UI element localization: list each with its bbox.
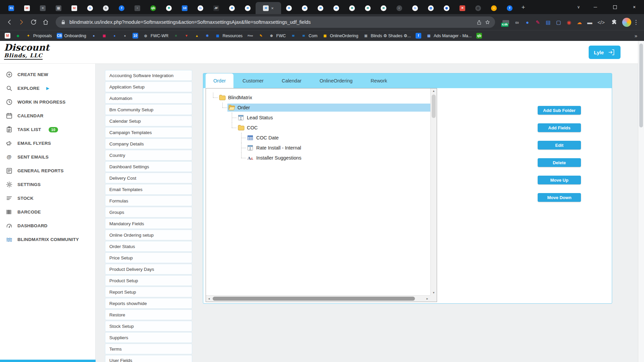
home-icon[interactable] — [40, 16, 52, 28]
extensions-puzzle-icon[interactable] — [608, 16, 620, 28]
browser-tab-blindmatrix[interactable]: ≋ — [224, 2, 240, 14]
browser-tab-google[interactable]: G — [82, 2, 98, 14]
settings-menu-item-online-ordering-setup[interactable]: Online Ordering setup — [105, 230, 192, 240]
tab-rework[interactable]: Rework — [362, 73, 396, 88]
tab-customer[interactable]: Customer — [233, 73, 273, 88]
reload-icon[interactable] — [28, 16, 40, 28]
page-scroll-thumb[interactable] — [639, 44, 643, 127]
settings-menu-item-formulas[interactable]: Formulas — [105, 195, 192, 206]
browser-tab-docs-dark[interactable]: ▤ — [51, 2, 66, 14]
sidebar-item-sent-emails[interactable]: @SENT EMAILS — [0, 150, 95, 164]
browser-tab-blindmatrix[interactable]: ≋ — [328, 2, 344, 14]
bookmark-blindmatrix[interactable]: ≋ — [290, 33, 296, 39]
maximize-button[interactable] — [605, 0, 625, 14]
edit-button[interactable]: Edit — [538, 141, 581, 149]
browser-tab-gmail[interactable]: M — [66, 2, 82, 14]
browser-tab-blue-10[interactable]: 10 — [177, 2, 193, 14]
tree-node-installer-suggestions[interactable]: AInstaller Suggestions — [246, 154, 430, 162]
bookmark-people-gray[interactable]: ● — [122, 33, 128, 39]
user-logout-button[interactable]: Lyle — [589, 46, 621, 59]
tree-node-coc[interactable]: COC — [237, 124, 430, 132]
bookmark-proposals[interactable]: ✦Proposals — [25, 33, 52, 39]
browser-tab-blue-app[interactable]: ◍ — [423, 2, 439, 14]
tab-calendar[interactable]: Calendar — [273, 73, 311, 88]
new-tab-button[interactable]: + — [518, 2, 529, 13]
horizontal-scroll-thumb[interactable] — [213, 297, 415, 301]
browser-tab-globe-dark[interactable]: ◐ — [391, 2, 407, 14]
browser-tab-teal-logo[interactable]: ≋ — [344, 2, 360, 14]
browser-tab-blindmatrix[interactable]: ≋ — [297, 2, 313, 14]
browser-tab-facebook[interactable]: f — [114, 2, 129, 14]
browser-tab-blindmatrix[interactable]: ≋ — [281, 2, 297, 14]
bookmark-contacts[interactable]: ● — [91, 33, 97, 39]
bookmark-com[interactable]: ≋Com — [301, 33, 317, 39]
settings-menu-item-order-status[interactable]: Order Status — [105, 241, 192, 252]
url-text[interactable]: blindmatrix.us/index.php?module=Softmaxs… — [69, 19, 470, 25]
scroll-down-icon[interactable]: ▼ — [431, 291, 437, 294]
bookmark-rainbow-app[interactable]: ✱ — [204, 33, 210, 39]
tab-close-icon[interactable]: × — [271, 6, 274, 11]
browser-tab-teal-logo[interactable]: ≋ — [360, 2, 376, 14]
settings-menu-item-automation[interactable]: Automation — [105, 93, 192, 104]
bookmark-fwc-wr[interactable]: ◍FWC-WR — [143, 33, 168, 39]
sidebar-item-explore[interactable]: EXPLORE▶ — [0, 81, 95, 95]
settings-menu-item-product-delivery-days[interactable]: Product Delivery Days — [105, 264, 192, 275]
settings-menu-item-price-setup[interactable]: Price Setup — [105, 252, 192, 263]
scroll-right-icon[interactable]: ► — [426, 297, 429, 300]
delete-button[interactable]: Delete — [538, 158, 581, 167]
browser-tab-facebook[interactable]: f — [502, 2, 518, 14]
bookmark-facebook[interactable]: f — [416, 33, 421, 39]
sidebar-item-work-in-progress[interactable]: WORK IN PROGRESS — [0, 95, 95, 109]
settings-menu-item-company-details[interactable]: Company Details — [105, 138, 192, 149]
code-dark-extension-icon[interactable]: </> — [597, 20, 605, 25]
bookmark-fwc[interactable]: ⊕FWC — [269, 33, 286, 39]
browser-tab-notes-dark[interactable]: ≡ — [35, 2, 51, 14]
settings-menu-item-country[interactable]: Country — [105, 150, 192, 161]
browser-tab-active[interactable]: ≋× — [256, 2, 281, 14]
browser-tab-jf[interactable]: JF — [208, 2, 224, 14]
scroll-up-icon[interactable]: ▲ — [431, 89, 437, 93]
settings-menu-item-reports-show-hide[interactable]: Reports show/hide — [105, 298, 192, 309]
scroll-left-icon[interactable]: ◄ — [208, 297, 210, 300]
settings-menu-item-email-templates[interactable]: Email Templates — [105, 184, 192, 195]
settings-menu-item-user-fields[interactable]: User Fields — [105, 355, 192, 362]
sidebar-item-blindmatrix-community[interactable]: BLINDMATRIX COMMUNITY — [0, 233, 95, 246]
browser-tab-generic-dark[interactable]: ▪ — [129, 2, 145, 14]
settings-menu-item-dashboard-settings[interactable]: Dashboard Settings — [105, 161, 192, 172]
bookmark-ads-manager-ma[interactable]: ▤Ads Manager - Ma... — [426, 33, 472, 39]
bookmark-blinds-shades[interactable]: ▣Blinds ⚙ Shades ⚙... — [363, 33, 411, 39]
browser-tab-gmail[interactable]: M — [19, 2, 35, 14]
settings-menu-item-application-setup[interactable]: Application Setup — [105, 81, 192, 92]
add-sub-folder-button[interactable]: Add Sub Folder — [538, 106, 581, 115]
bookmark-pink-app[interactable]: ▣ — [101, 33, 107, 39]
sidebar-item-general-reports[interactable]: GENERAL REPORTS — [0, 164, 95, 178]
sidebar-item-calendar[interactable]: CALENDAR — [0, 109, 95, 123]
record-red-extension-icon[interactable]: ◉ — [566, 20, 572, 25]
add-fields-button[interactable]: Add Fields — [538, 123, 581, 132]
cloud-orange-extension-icon[interactable]: ☁ — [577, 20, 582, 25]
address-bar[interactable]: blindmatrix.us/index.php?module=Softmaxs… — [56, 16, 495, 28]
browser-tab-blue-app[interactable]: ◉ — [439, 2, 454, 14]
coupon-extension-icon[interactable]: 4.6k — [502, 20, 509, 24]
settings-menu-item-accounting-software-integration[interactable]: Accounting Software Integration — [105, 70, 192, 81]
browser-tab-generic-light[interactable]: b — [98, 2, 114, 14]
tab-order[interactable]: Order — [206, 73, 233, 88]
tree-node-lead-status[interactable]: Lead Status — [237, 114, 430, 122]
tree-horizontal-scrollbar[interactable]: ◄ ► — [206, 295, 430, 302]
bookmark-tasks-green[interactable]: ≡ — [173, 33, 179, 39]
tab-onlineordering[interactable]: OnlineOrdering — [311, 73, 362, 88]
browser-tab-google[interactable]: G — [407, 2, 423, 14]
browser-tab-orange-dot[interactable]: ● — [486, 2, 502, 14]
screen-blue-extension-icon[interactable]: ▢ — [556, 20, 561, 25]
bookmark-chat[interactable]: ◆ — [15, 33, 21, 39]
share-icon[interactable] — [476, 19, 482, 25]
settings-menu-item-mandatory-fields[interactable]: Mandatory Fields — [105, 218, 192, 229]
sidebar-item-task-list[interactable]: TASK LIST10 — [0, 123, 95, 136]
tree-node-order[interactable]: Order — [227, 104, 430, 112]
tree-node-rate-install-internal[interactable]: Rate Install - Internal — [246, 144, 430, 152]
browser-tab-blindmatrix[interactable]: ≋ — [240, 2, 256, 14]
settings-menu-item-calendar-setup[interactable]: Calendar Setup — [105, 116, 192, 126]
page-scrollbar[interactable] — [638, 41, 644, 362]
sidebar-item-settings[interactable]: SETTINGS — [0, 178, 95, 191]
bookmarks-overflow-icon[interactable]: » — [635, 33, 639, 39]
